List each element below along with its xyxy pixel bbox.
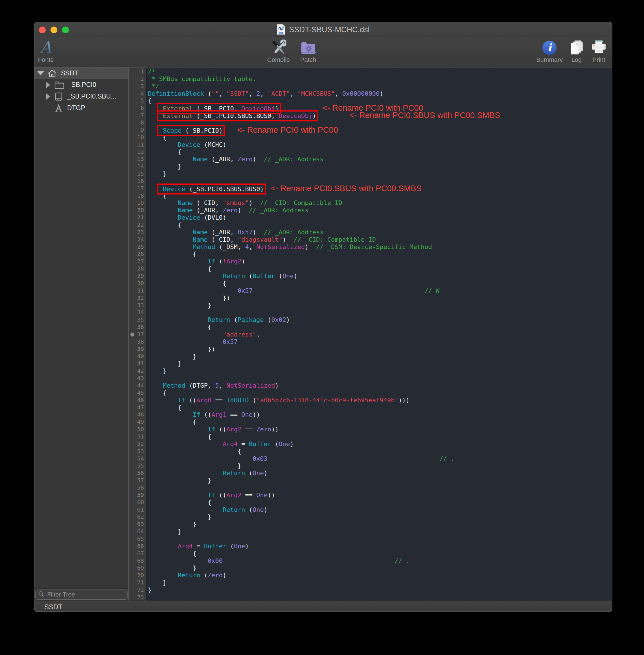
code-line-1[interactable]: /* xyxy=(148,68,612,75)
code-line-36[interactable]: { xyxy=(148,323,612,331)
code-line-66[interactable]: Arg4 = Buffer (One) xyxy=(148,543,612,550)
line-number: 7 xyxy=(129,112,146,119)
line-number: 62 xyxy=(129,513,146,521)
code-line-11[interactable]: Device (MCHC) xyxy=(148,141,612,149)
code-line-51[interactable]: { xyxy=(148,433,612,441)
sidebar-item-sb-pci0[interactable]: _SB.PCI0 xyxy=(34,79,129,91)
code-line-23[interactable]: Name (_ADR, 0x57) // _ADR: Address xyxy=(148,229,612,236)
code-line-34[interactable] xyxy=(148,309,612,316)
code-line-67[interactable]: { xyxy=(148,550,612,557)
code-line-8[interactable] xyxy=(148,119,612,127)
code-line-42[interactable]: } xyxy=(148,367,612,375)
code-line-73[interactable] xyxy=(148,594,612,601)
code-line-19[interactable]: Name (_CID, "smbus") // _CID: Compatible… xyxy=(148,199,612,207)
code-line-22[interactable]: { xyxy=(148,221,612,229)
zoom-button[interactable] xyxy=(62,26,69,33)
code-line-54[interactable]: 0x03 // . xyxy=(148,455,612,462)
line-number: 44 xyxy=(129,382,146,389)
code-line-31[interactable]: 0x57 // W xyxy=(148,287,612,294)
code-line-33[interactable]: } xyxy=(148,302,612,309)
fonts-button[interactable]: A Fonts xyxy=(38,39,53,64)
code-line-49[interactable]: { xyxy=(148,419,612,426)
code-line-55[interactable]: } xyxy=(148,462,612,470)
code-line-65[interactable] xyxy=(148,535,612,543)
code-line-50[interactable]: If ((Arg2 == Zero)) xyxy=(148,426,612,433)
code-line-15[interactable]: } xyxy=(148,170,612,178)
code-line-21[interactable]: Device (DVL0) xyxy=(148,214,612,221)
code-line-41[interactable]: } xyxy=(148,360,612,367)
line-number: 29 xyxy=(129,272,146,280)
code-line-39[interactable]: }) xyxy=(148,345,612,353)
code-line-57[interactable]: } xyxy=(148,477,612,484)
disclosure-down-icon[interactable] xyxy=(37,71,44,75)
code-line-62[interactable]: } xyxy=(148,513,612,521)
filter-tree-input[interactable] xyxy=(47,591,125,598)
code-lines[interactable]: /* * SMBus compatibility table. */Defini… xyxy=(147,67,612,601)
code-line-69[interactable]: } xyxy=(148,564,612,572)
code-line-43[interactable] xyxy=(148,375,612,382)
code-line-59[interactable]: If ((Arg2 == One)) xyxy=(148,492,612,499)
disclosure-right-icon[interactable] xyxy=(46,82,50,88)
code-line-27[interactable]: If (!Arg2) xyxy=(148,258,612,265)
code-line-38[interactable]: 0x57 xyxy=(148,338,612,345)
code-line-9[interactable]: Scope (_SB.PCI0)<- Rename PCI0 with PC00 xyxy=(148,127,612,134)
code-line-52[interactable]: Arg4 = Buffer (One) xyxy=(148,441,612,448)
disclosure-right-icon[interactable] xyxy=(46,93,50,100)
sidebar-item-dtgp[interactable]: DTGP xyxy=(34,102,129,114)
sidebar-item-sb-pci0-sbus[interactable]: _SB.PCI0.SBU... xyxy=(34,91,129,102)
print-button[interactable]: Print xyxy=(591,39,607,64)
code-line-3[interactable]: */ xyxy=(148,83,612,90)
summary-button[interactable]: i Summary xyxy=(536,39,563,64)
code-line-44[interactable]: Method (DTGP, 5, NotSerialized) xyxy=(148,382,612,389)
search-icon xyxy=(38,591,44,598)
line-number: 47 xyxy=(129,404,146,411)
code-editor[interactable]: 1234567891011121314151617181920212223242… xyxy=(129,67,612,601)
code-line-61[interactable]: Return (One) xyxy=(148,506,612,514)
line-number: 57 xyxy=(129,477,146,484)
code-line-12[interactable]: { xyxy=(148,148,612,156)
code-line-18[interactable]: { xyxy=(148,192,612,200)
code-line-4[interactable]: DefinitionBlock ("", "SSDT", 2, "ACDT", … xyxy=(148,90,612,97)
sidebar-item-ssdt[interactable]: SSDT xyxy=(34,67,129,79)
code-line-48[interactable]: If ((Arg1 == One)) xyxy=(148,411,612,419)
code-line-56[interactable]: Return (One) xyxy=(148,470,612,477)
code-line-71[interactable]: } xyxy=(148,579,612,586)
line-number: 4 xyxy=(129,90,146,97)
log-button[interactable]: Log xyxy=(569,39,584,64)
code-line-26[interactable]: { xyxy=(148,250,612,258)
code-line-68[interactable]: 0x00 // . xyxy=(148,557,612,565)
code-line-37[interactable]: "address", xyxy=(148,331,612,338)
code-line-53[interactable]: { xyxy=(148,448,612,455)
code-line-20[interactable]: Name (_ADR, Zero) // _ADR: Address xyxy=(148,207,612,214)
minimize-button[interactable] xyxy=(50,26,57,33)
code-line-7[interactable]: External (_SB_.PCI0.SBUS.BUS0, DeviceObj… xyxy=(148,112,612,119)
code-line-46[interactable]: If ((Arg0 == ToUUID ("a0b5b7c6-1318-441c… xyxy=(148,397,612,404)
code-line-64[interactable]: } xyxy=(148,528,612,535)
code-line-28[interactable]: { xyxy=(148,265,612,272)
code-line-30[interactable]: { xyxy=(148,280,612,287)
code-line-45[interactable]: { xyxy=(148,389,612,397)
code-line-2[interactable]: * SMBus compatibility table. xyxy=(148,75,612,83)
code-line-25[interactable]: Method (_DSM, 4, NotSerialized) // _DSM:… xyxy=(148,243,612,251)
code-line-40[interactable]: } xyxy=(148,353,612,360)
code-line-63[interactable]: } xyxy=(148,521,612,528)
code-line-17[interactable]: Device (_SB.PCI0.SBUS.BUS0)<- Rename PCI… xyxy=(148,185,612,192)
code-line-58[interactable] xyxy=(148,484,612,492)
code-line-10[interactable]: { xyxy=(148,134,612,141)
compile-button[interactable]: Compile xyxy=(267,39,290,64)
filter-field[interactable] xyxy=(35,589,128,600)
code-line-47[interactable]: { xyxy=(148,404,612,411)
line-number-gutter: 1234567891011121314151617181920212223242… xyxy=(129,67,147,601)
close-button[interactable] xyxy=(39,26,46,33)
code-line-35[interactable]: Return (Package (0x02) xyxy=(148,316,612,323)
code-line-29[interactable]: Return (Buffer (One) xyxy=(148,272,612,280)
code-line-32[interactable]: }) xyxy=(148,294,612,302)
code-line-14[interactable]: } xyxy=(148,163,612,170)
code-line-13[interactable]: Name (_ADR, Zero) // _ADR: Address xyxy=(148,156,612,163)
code-line-60[interactable]: { xyxy=(148,499,612,506)
code-line-24[interactable]: Name (_CID, "diagsvault") // _CID: Compa… xyxy=(148,236,612,243)
line-number: 67 xyxy=(129,550,146,557)
code-line-72[interactable]: } xyxy=(148,586,612,594)
code-line-70[interactable]: Return (Zero) xyxy=(148,572,612,579)
patch-button[interactable]: Patch xyxy=(300,39,316,64)
